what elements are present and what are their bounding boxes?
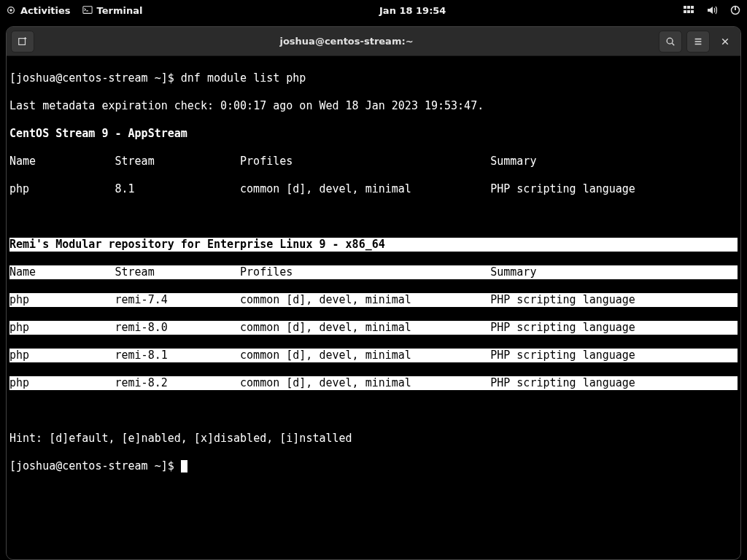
col-summary: Summary <box>490 155 536 168</box>
svg-rect-2 <box>82 7 91 14</box>
svg-rect-6 <box>684 10 686 13</box>
table-row: phpremi-8.0common [d], devel, minimalPHP… <box>9 321 738 335</box>
prompt: [joshua@centos-stream ~]$ <box>9 71 181 85</box>
network-icon <box>683 4 694 16</box>
cursor <box>181 460 187 472</box>
table-row: phpremi-7.4common [d], devel, minimalPHP… <box>9 293 738 307</box>
terminal-window: joshua@centos-stream:~ [joshua@centos-st… <box>6 26 741 560</box>
svg-rect-4 <box>687 6 690 9</box>
new-tab-icon <box>18 36 28 47</box>
svg-point-1 <box>9 9 12 12</box>
activities-icon <box>6 5 16 15</box>
svg-rect-5 <box>691 6 694 9</box>
table-row: phpremi-8.2common [d], devel, minimalPHP… <box>9 376 738 390</box>
hint-line: Hint: [d]efault, [e]nabled, [x]disabled,… <box>9 432 738 446</box>
search-button[interactable] <box>659 31 682 52</box>
col-name: Name <box>9 155 115 168</box>
power-icon <box>729 4 741 16</box>
command: dnf module list php <box>181 71 306 85</box>
table-header: NameStreamProfilesSummary <box>9 155 738 168</box>
hamburger-icon <box>693 36 703 47</box>
menu-button[interactable] <box>686 31 710 52</box>
svg-line-13 <box>672 43 674 45</box>
window-title: joshua@centos-stream:~ <box>39 36 654 47</box>
col-profiles: Profiles <box>240 155 490 168</box>
app-menu-label: Terminal <box>97 5 143 16</box>
col-stream: Stream <box>115 155 240 168</box>
volume-icon <box>706 4 718 16</box>
svg-rect-7 <box>687 10 690 13</box>
window-titlebar: joshua@centos-stream:~ <box>7 27 740 56</box>
repo-title-selected: Remi's Modular repository for Enterprise… <box>9 238 738 252</box>
clock[interactable]: Jan 18 19:54 <box>142 5 683 16</box>
system-status-area[interactable] <box>683 4 741 16</box>
svg-point-12 <box>667 38 673 44</box>
repo-title: CentOS Stream 9 - AppStream <box>9 127 738 141</box>
close-icon <box>721 37 729 46</box>
new-tab-button[interactable] <box>11 31 34 52</box>
table-row: phpremi-8.1common [d], devel, minimalPHP… <box>9 349 738 362</box>
terminal-icon <box>82 5 93 15</box>
app-menu-button[interactable]: Terminal <box>82 5 143 16</box>
svg-rect-8 <box>691 10 694 13</box>
clock-label: Jan 18 19:54 <box>379 5 446 16</box>
gnome-topbar: Activities Terminal Jan 18 19:54 <box>0 0 747 20</box>
terminal-body[interactable]: [joshua@centos-stream ~]$ dnf module lis… <box>7 56 740 559</box>
output-line: Last metadata expiration check: 0:00:17 … <box>9 99 738 113</box>
activities-button[interactable]: Activities <box>6 5 71 16</box>
activities-label: Activities <box>20 5 71 16</box>
prompt: [joshua@centos-stream ~]$ <box>9 459 181 472</box>
table-header: NameStreamProfilesSummary <box>9 265 738 279</box>
search-icon <box>665 36 676 47</box>
svg-rect-11 <box>19 38 26 44</box>
close-button[interactable] <box>714 31 736 52</box>
table-row: php8.1common [d], devel, minimalPHP scri… <box>9 182 738 196</box>
svg-rect-3 <box>684 6 686 9</box>
